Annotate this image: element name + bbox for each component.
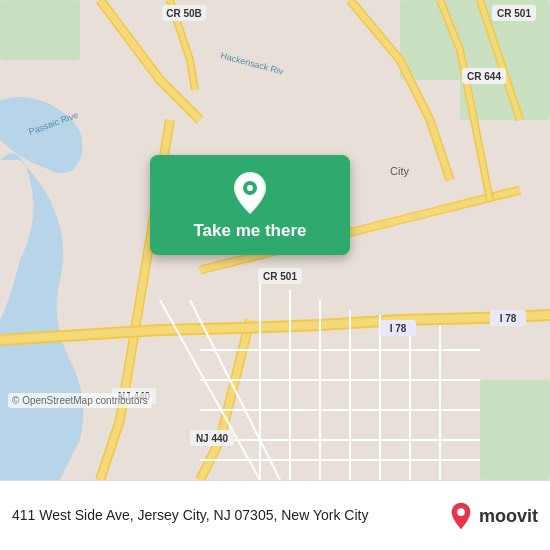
address-text: 411 West Side Ave, Jersey City, NJ 07305… <box>12 506 439 526</box>
svg-text:CR 50B: CR 50B <box>166 8 202 19</box>
svg-text:CR 501: CR 501 <box>497 8 531 19</box>
info-bar: 411 West Side Ave, Jersey City, NJ 07305… <box>0 480 550 550</box>
cta-label: Take me there <box>193 221 306 241</box>
take-me-there-button[interactable]: Take me there <box>150 155 350 255</box>
svg-text:NJ 440: NJ 440 <box>196 433 229 444</box>
svg-text:CR 501: CR 501 <box>263 271 297 282</box>
svg-rect-3 <box>480 380 550 480</box>
svg-text:I 78: I 78 <box>390 323 407 334</box>
moovit-text-group: moovit <box>479 507 538 525</box>
svg-text:CR 644: CR 644 <box>467 71 501 82</box>
svg-point-40 <box>457 508 465 516</box>
svg-text:City: City <box>390 165 409 177</box>
svg-rect-4 <box>0 0 80 60</box>
copyright-text: © OpenStreetMap contributors <box>8 393 152 408</box>
moovit-pin-icon <box>447 502 475 530</box>
moovit-logo: moovit <box>447 502 538 530</box>
moovit-brand-name: moovit <box>479 507 538 525</box>
map-container: CR 50B CR 501 CR 644 NJ 440 NJ 440 CR 50… <box>0 0 550 480</box>
svg-text:I 78: I 78 <box>500 313 517 324</box>
svg-point-39 <box>247 185 253 191</box>
location-pin-icon <box>228 171 272 215</box>
